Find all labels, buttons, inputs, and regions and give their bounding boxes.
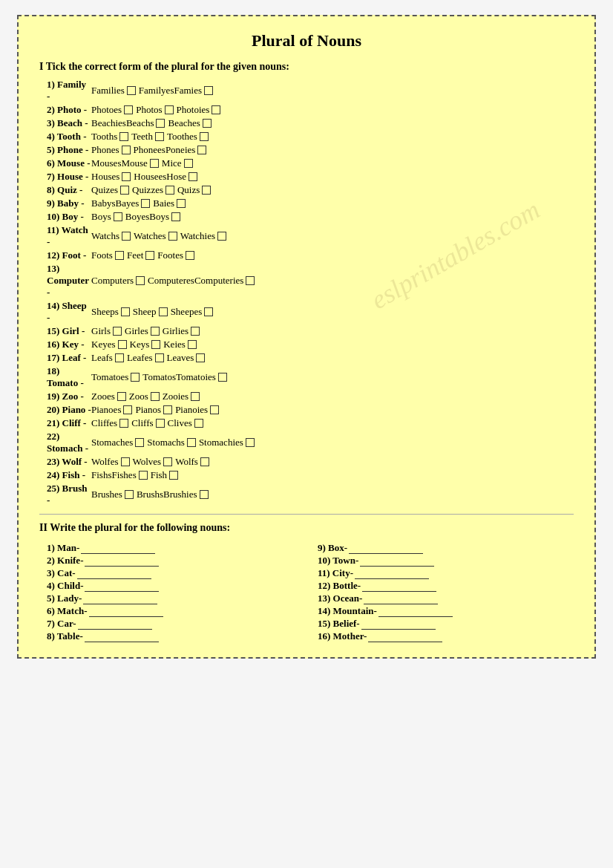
checkbox[interactable] xyxy=(139,471,148,480)
checkbox[interactable] xyxy=(191,392,200,401)
checkbox[interactable] xyxy=(212,105,220,114)
checkbox[interactable] xyxy=(217,232,226,241)
checkbox[interactable] xyxy=(187,438,196,447)
checkbox[interactable] xyxy=(127,86,136,95)
checkbox[interactable] xyxy=(151,327,160,336)
checkbox[interactable] xyxy=(202,186,211,195)
write-underline[interactable] xyxy=(361,617,436,630)
checkbox[interactable] xyxy=(246,276,255,285)
write-label: 15) Belief- xyxy=(318,618,360,630)
checkbox[interactable] xyxy=(194,419,203,428)
quiz-row: 2) Photo -Photoes Photos Photoies xyxy=(47,104,574,116)
option-item: BeachiesBeachs xyxy=(91,117,165,129)
write-underline[interactable] xyxy=(85,579,159,592)
checkbox[interactable] xyxy=(115,251,124,260)
checkbox[interactable] xyxy=(122,232,131,241)
checkbox[interactable] xyxy=(136,276,145,285)
checkbox[interactable] xyxy=(191,327,200,336)
checkbox[interactable] xyxy=(119,132,128,141)
section2-header: II Write the plural for the following no… xyxy=(39,522,574,534)
checkbox[interactable] xyxy=(131,373,140,382)
checkbox[interactable] xyxy=(121,307,130,316)
write-underline[interactable] xyxy=(349,541,423,554)
option-item: Quizs xyxy=(177,184,211,196)
write-row: 6) Match- xyxy=(47,604,303,617)
write-underline[interactable] xyxy=(368,630,442,642)
write-underline[interactable] xyxy=(360,554,434,567)
checkbox[interactable] xyxy=(120,186,129,195)
checkbox[interactable] xyxy=(145,251,154,260)
row-label: 17) Leaf - xyxy=(47,352,91,364)
write-right-col: 9) Box- 10) Town- 11) City- 12) Bottle- … xyxy=(318,541,574,642)
checkbox[interactable] xyxy=(156,419,165,428)
write-underline[interactable] xyxy=(77,567,151,579)
row-label: 11) Watch - xyxy=(47,224,91,248)
checkbox[interactable] xyxy=(197,146,206,154)
checkbox[interactable] xyxy=(124,105,133,114)
write-underline[interactable] xyxy=(83,592,157,604)
checkbox[interactable] xyxy=(218,373,227,382)
checkbox[interactable] xyxy=(121,457,130,466)
checkbox[interactable] xyxy=(114,212,122,221)
checkbox[interactable] xyxy=(141,199,150,208)
checkbox[interactable] xyxy=(119,419,128,428)
row-label: 8) Quiz - xyxy=(47,184,91,196)
checkbox[interactable] xyxy=(204,86,213,95)
checkbox[interactable] xyxy=(165,186,174,195)
checkbox[interactable] xyxy=(155,353,164,362)
row-label: 2) Photo - xyxy=(47,104,91,116)
checkbox[interactable] xyxy=(246,438,255,447)
checkbox[interactable] xyxy=(169,471,178,480)
checkbox[interactable] xyxy=(163,457,172,466)
checkbox[interactable] xyxy=(200,132,209,141)
checkbox[interactable] xyxy=(204,307,213,316)
checkbox[interactable] xyxy=(151,392,160,401)
write-underline[interactable] xyxy=(85,554,159,567)
checkbox[interactable] xyxy=(135,438,144,447)
write-underline[interactable] xyxy=(378,604,453,617)
option-item: Photoes xyxy=(91,104,133,116)
checkbox[interactable] xyxy=(186,251,194,260)
checkbox[interactable] xyxy=(184,159,193,168)
checkbox[interactable] xyxy=(115,353,124,362)
write-underline[interactable] xyxy=(364,592,438,604)
option-item: Phones xyxy=(91,144,131,156)
option-item: Pianoies xyxy=(175,404,219,416)
checkbox[interactable] xyxy=(203,119,212,128)
checkbox[interactable] xyxy=(125,490,134,499)
quiz-row: 16) Key -Keyes Keys Keies xyxy=(47,339,574,350)
checkbox[interactable] xyxy=(196,353,205,362)
checkbox[interactable] xyxy=(165,105,174,114)
write-underline[interactable] xyxy=(78,617,152,630)
row-label: 19) Zoo - xyxy=(47,391,91,402)
checkbox[interactable] xyxy=(113,327,122,336)
option-item: Leaves xyxy=(167,352,206,364)
write-underline[interactable] xyxy=(362,579,436,592)
write-underline[interactable] xyxy=(355,567,429,579)
checkbox[interactable] xyxy=(122,172,131,181)
checkbox[interactable] xyxy=(156,119,165,128)
write-underline[interactable] xyxy=(89,604,163,617)
checkbox[interactable] xyxy=(200,457,209,466)
checkbox[interactable] xyxy=(118,340,127,349)
checkbox[interactable] xyxy=(168,232,177,241)
checkbox[interactable] xyxy=(122,146,131,154)
checkbox[interactable] xyxy=(123,405,132,414)
checkbox[interactable] xyxy=(117,392,126,401)
checkbox[interactable] xyxy=(200,490,209,499)
checkbox[interactable] xyxy=(155,132,164,141)
checkbox[interactable] xyxy=(150,159,159,168)
checkbox[interactable] xyxy=(177,199,186,208)
option-item: Brushes xyxy=(91,489,134,500)
checkbox[interactable] xyxy=(151,340,160,349)
checkbox[interactable] xyxy=(188,340,197,349)
option-item: Zoos xyxy=(129,391,160,402)
checkbox[interactable] xyxy=(189,172,197,181)
write-underline[interactable] xyxy=(85,630,159,642)
checkbox[interactable] xyxy=(159,307,168,316)
quiz-row: 9) Baby -BabysBayes Baies xyxy=(47,198,574,209)
write-underline[interactable] xyxy=(81,541,155,554)
checkbox[interactable] xyxy=(210,405,219,414)
checkbox[interactable] xyxy=(163,405,172,414)
checkbox[interactable] xyxy=(171,212,180,221)
